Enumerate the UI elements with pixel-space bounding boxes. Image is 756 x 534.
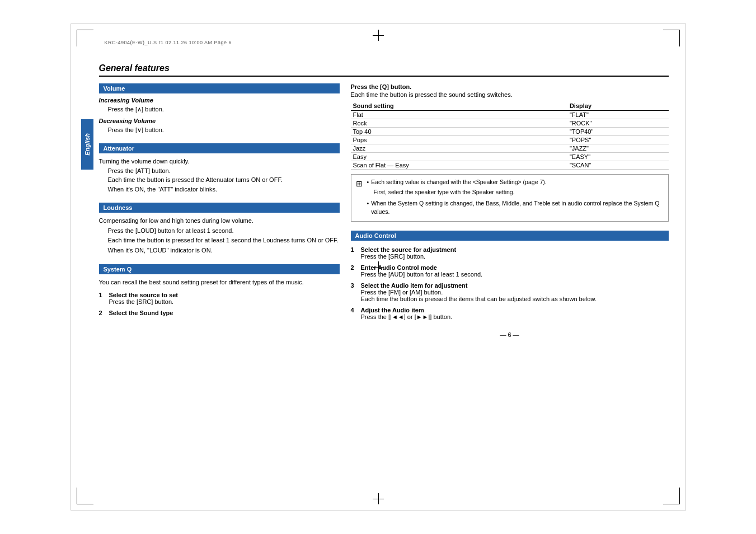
audio-step-title-2: Enter Audio Control mode xyxy=(361,264,437,271)
left-column: Volume Increasing Volume Press the [∧] b… xyxy=(99,83,340,488)
page-title-row: General features xyxy=(99,63,669,77)
audio-step-3: 3 Select the Audio item for adjustment P… xyxy=(351,282,669,302)
step-num-2: 2 xyxy=(99,310,106,316)
audio-step-num-3: 3 xyxy=(351,282,358,289)
step-title-2: Select the Sound type xyxy=(109,310,173,316)
display-pops: "POPS" xyxy=(567,136,669,144)
table-row: Rock "ROCK" xyxy=(351,119,669,128)
sound-flat: Flat xyxy=(351,111,567,119)
note-bullet-2-text: When the System Q setting is changed, th… xyxy=(371,199,663,217)
decreasing-title: Decreasing Volume xyxy=(99,118,340,124)
attenuator-line-3: When it's ON, the "ATT" indicator blinks… xyxy=(99,185,340,194)
audio-step-1: 1 Select the source for adjustment Press… xyxy=(351,246,669,260)
attenuator-intro: Turning the volume down quickly. xyxy=(99,157,340,166)
audio-step-num-2: 2 xyxy=(351,264,358,271)
crosshair-bottom xyxy=(373,493,384,504)
decreasing-text: Press the [∨] button. xyxy=(99,125,340,135)
press-q-btn: Press the [Q] button. xyxy=(351,83,669,90)
volume-section: Volume Increasing Volume Press the [∧] b… xyxy=(99,83,340,134)
page-outer: KRC-4904(E-W)_U.S r1 02.11.26 10:00 AM P… xyxy=(0,0,756,534)
audio-step-text-3: Press the [FM] or [AM] button. xyxy=(361,289,443,296)
sound-table: Sound setting Display Flat "FLAT" xyxy=(351,101,669,170)
crop-text: KRC-4904(E-W)_U.S r1 02.11.26 10:00 AM P… xyxy=(105,40,232,45)
note-box: ⊞ Each setting value is changed with the… xyxy=(351,174,669,222)
corner-mark-bl xyxy=(77,488,93,504)
audio-step-num-4: 4 xyxy=(351,307,358,313)
audio-step-content-4: Adjust the Audio item Press the [|◄◄] or… xyxy=(361,307,669,320)
audio-step-4: 4 Adjust the Audio item Press the [|◄◄] … xyxy=(351,307,669,320)
page-title: General features xyxy=(99,63,170,73)
sound-scan: Scan of Flat — Easy xyxy=(351,161,567,170)
note-bullet-2: When the System Q setting is changed, th… xyxy=(367,199,664,217)
system-q-intro: You can recall the best sound setting pr… xyxy=(99,278,340,287)
audio-step-content-3: Select the Audio item for adjustment Pre… xyxy=(361,282,669,302)
press-q-desc: Each time the button is pressed the soun… xyxy=(351,91,669,98)
loudness-line-3: When it's ON, "LOUD" indicator is ON. xyxy=(99,246,340,256)
note-icon: ⊞ xyxy=(356,179,363,188)
audio-step-text-2: Press the [AUD] button for at least 1 se… xyxy=(361,271,483,278)
increasing-title: Increasing Volume xyxy=(99,97,340,104)
audio-step-text-4: Press the [|◄◄] or [►►|] button. xyxy=(361,313,453,320)
sound-top40: Top 40 xyxy=(351,128,567,136)
table-row: Pops "POPS" xyxy=(351,136,669,144)
page-inner: KRC-4904(E-W)_U.S r1 02.11.26 10:00 AM P… xyxy=(71,24,686,510)
sound-easy: Easy xyxy=(351,153,567,161)
loudness-line-2: Each time the button is pressed for at l… xyxy=(99,236,340,246)
table-row: Flat "FLAT" xyxy=(351,111,669,119)
sound-pops: Pops xyxy=(351,136,567,144)
volume-header: Volume xyxy=(99,83,340,93)
attenuator-line-1: Press the [ATT] button. xyxy=(99,166,340,176)
audio-step-content-2: Enter Audio Control mode Press the [AUD]… xyxy=(361,264,669,278)
attenuator-section: Attenuator Turning the volume down quick… xyxy=(99,143,340,194)
corner-mark-tr xyxy=(663,30,680,46)
step-content-2: Select the Sound type xyxy=(109,310,340,316)
loudness-section: Loudness Compensating for low and high t… xyxy=(99,203,340,255)
audio-step-2: 2 Enter Audio Control mode Press the [AU… xyxy=(351,264,669,278)
sound-jazz: Jazz xyxy=(351,144,567,153)
system-q-step-2: 2 Select the Sound type xyxy=(99,310,340,316)
attenuator-header: Attenuator xyxy=(99,143,340,153)
note-sub-1: First, select the speaker type with the … xyxy=(367,188,664,197)
table-row: Jazz "JAZZ" xyxy=(351,144,669,153)
right-column: Press the [Q] button. Each time the butt… xyxy=(351,83,669,488)
system-q-section: System Q You can recall the best sound s… xyxy=(99,264,340,316)
audio-control-header: Audio Control xyxy=(351,231,669,241)
step-content-1: Select the source to set Press the [SRC]… xyxy=(109,292,340,305)
step-title-1: Select the source to set xyxy=(109,292,179,298)
increasing-text: Press the [∧] button. xyxy=(99,105,340,114)
table-row: Easy "EASY" xyxy=(351,153,669,161)
audio-step-title-4: Adjust the Audio item xyxy=(361,307,424,313)
corner-mark-tl xyxy=(77,30,93,46)
audio-step-num-1: 1 xyxy=(351,246,358,253)
note-content: Each setting value is changed with the <… xyxy=(367,178,664,218)
audio-step-title-1: Select the source for adjustment xyxy=(361,246,457,253)
sound-rock: Rock xyxy=(351,119,567,128)
system-q-header: System Q xyxy=(99,264,340,274)
sidebar-english: English xyxy=(81,91,93,259)
system-q-right: Press the [Q] button. Each time the butt… xyxy=(351,83,669,222)
sidebar-label: English xyxy=(84,133,91,156)
step-text-1: Press the [SRC] button. xyxy=(109,298,174,305)
attenuator-line-2: Each time the button is pressed the Atte… xyxy=(99,175,340,185)
display-top40: "TOP40" xyxy=(567,128,669,136)
crosshair-top xyxy=(373,30,384,41)
audio-step-text-1: Press the [SRC] button. xyxy=(361,253,426,260)
page-number: — 6 — xyxy=(351,331,669,338)
system-q-step-1: 1 Select the source to set Press the [SR… xyxy=(99,292,340,305)
display-flat: "FLAT" xyxy=(567,111,669,119)
sidebar-bg: English xyxy=(81,119,93,170)
note-bullet-1: Each setting value is changed with the <… xyxy=(367,178,664,187)
two-col-layout: Volume Increasing Volume Press the [∧] b… xyxy=(99,83,669,488)
table-header-sound: Sound setting xyxy=(351,101,567,111)
note-bullet-1-text: Each setting value is changed with the <… xyxy=(371,178,546,187)
display-rock: "ROCK" xyxy=(567,119,669,128)
audio-step-extra-3: Each time the button is pressed the item… xyxy=(361,296,597,302)
content-area: General features Volume Increasing Volum… xyxy=(99,63,669,488)
display-easy: "EASY" xyxy=(567,153,669,161)
loudness-header: Loudness xyxy=(99,203,340,213)
display-jazz: "JAZZ" xyxy=(567,144,669,153)
audio-control-section: Audio Control 1 Select the source for ad… xyxy=(351,231,669,320)
audio-step-content-1: Select the source for adjustment Press t… xyxy=(361,246,669,260)
table-row: Scan of Flat — Easy "SCAN" xyxy=(351,161,669,170)
corner-mark-br xyxy=(663,488,680,504)
